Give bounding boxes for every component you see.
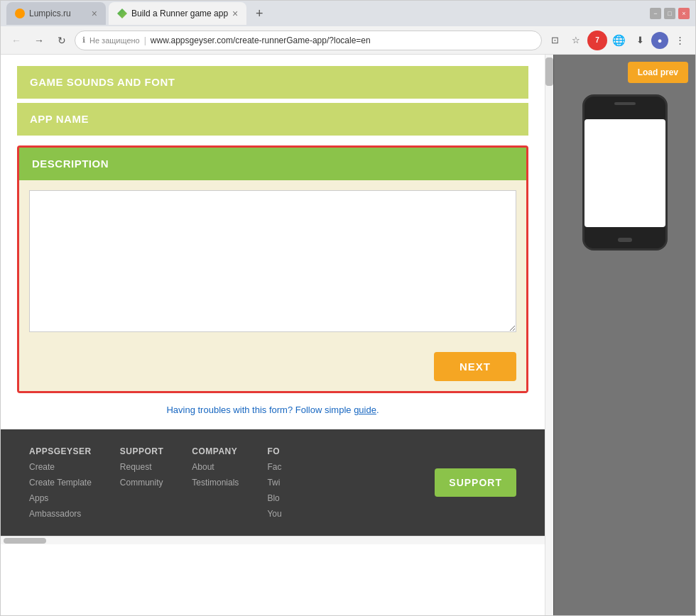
footer-follow-heading: FO — [267, 446, 281, 456]
phone-screen — [584, 119, 665, 227]
footer-link-facebook[interactable]: Fac — [267, 462, 281, 472]
refresh-button[interactable]: ↻ — [52, 31, 72, 50]
tab-lumpics-label: Lumpics.ru — [29, 9, 71, 18]
game-sounds-section[interactable]: GAME SOUNDS AND FONT — [17, 66, 528, 99]
footer-col-follow: FO Fac Twi Blo You — [267, 446, 281, 519]
footer-link-blog[interactable]: Blo — [267, 493, 281, 503]
main-area: GAME SOUNDS AND FONT APP NAME DESCRIPTIO… — [1, 55, 545, 615]
footer-link-community[interactable]: Community — [120, 478, 164, 488]
guide-link[interactable]: guide — [354, 405, 376, 415]
footer-link-about[interactable]: About — [192, 462, 239, 472]
tab-runner-label: Build a Runner game app — [131, 9, 228, 18]
support-button[interactable]: SUPPORT — [435, 468, 516, 497]
nav-icons: ⊡ ☆ 7 🌐 ⬇ ● ⋮ — [545, 31, 690, 50]
next-button[interactable]: NEXT — [434, 352, 516, 381]
support-btn-wrapper: SUPPORT — [435, 446, 516, 519]
tab-lumpics[interactable]: Lumpics.ru × — [6, 2, 106, 25]
help-text-suffix: . — [376, 405, 379, 415]
footer-col-support: SUPPORT Request Community — [120, 446, 164, 519]
close-button[interactable]: × — [678, 8, 690, 19]
app-name-label: APP NAME — [30, 113, 89, 125]
load-prev-button[interactable]: Load prev — [628, 62, 688, 83]
vertical-scrollbar[interactable] — [545, 55, 553, 615]
horizontal-scrollbar[interactable] — [1, 536, 545, 544]
cast-icon[interactable]: ⊡ — [545, 31, 565, 50]
security-icon[interactable]: 7 — [587, 31, 607, 50]
footer-link-youtube[interactable]: You — [267, 509, 281, 519]
not-secure-label: Не защищено — [89, 36, 140, 45]
description-footer: NEXT — [19, 345, 526, 391]
phone-home-button — [618, 238, 632, 242]
tab-runner-close-icon[interactable]: × — [232, 8, 238, 19]
footer-company-heading: COMPANY — [192, 446, 239, 456]
title-bar: Lumpics.ru × Build a Runner game app × +… — [1, 1, 695, 26]
nav-bar: ← → ↻ ℹ Не защищено | www.appsgeyser.com… — [1, 26, 695, 55]
v-scroll-thumb — [545, 57, 553, 86]
phone-bottom — [584, 231, 665, 248]
address-bar[interactable]: ℹ Не защищено | www.appsgeyser.com/creat… — [75, 31, 542, 50]
footer: APPSGEYSER Create Create Template Apps A… — [1, 429, 545, 536]
phone-speaker-icon — [614, 102, 636, 105]
footer-link-create-template[interactable]: Create Template — [29, 478, 92, 488]
description-textarea[interactable] — [29, 190, 516, 332]
footer-col-appsgeyser: APPSGEYSER Create Create Template Apps A… — [29, 446, 92, 519]
footer-link-ambassadors[interactable]: Ambassadors — [29, 509, 92, 519]
footer-support-heading: SUPPORT — [120, 446, 164, 456]
help-text-main: Having troubles with this form? Follow s… — [166, 405, 354, 415]
minimize-button[interactable]: − — [650, 8, 661, 19]
h-scroll-thumb — [4, 538, 46, 544]
footer-link-testimonials[interactable]: Testimonials — [192, 478, 239, 488]
right-panel: Load prev — [553, 55, 695, 615]
back-button[interactable]: ← — [6, 31, 26, 50]
profile-avatar-icon[interactable]: ● — [651, 32, 668, 49]
bookmark-icon[interactable]: ☆ — [566, 31, 586, 50]
footer-link-request[interactable]: Request — [120, 462, 164, 472]
browser-window: Lumpics.ru × Build a Runner game app × +… — [0, 0, 696, 616]
description-label: DESCRIPTION — [32, 158, 109, 170]
description-body — [19, 180, 526, 345]
lumpics-favicon-icon — [15, 9, 25, 18]
menu-icon[interactable]: ⋮ — [670, 31, 690, 50]
tab-lumpics-close-icon[interactable]: × — [92, 8, 97, 19]
url-display: www.appsgeyser.com/create-runnerGame-app… — [151, 35, 371, 45]
game-sounds-label: GAME SOUNDS AND FONT — [30, 76, 175, 88]
new-tab-button[interactable]: + — [249, 4, 269, 23]
maximize-button[interactable]: □ — [664, 8, 675, 19]
description-header[interactable]: DESCRIPTION — [19, 148, 526, 180]
footer-link-apps[interactable]: Apps — [29, 493, 92, 503]
footer-appsgeyser-heading: APPSGEYSER — [29, 446, 92, 456]
phone-mockup — [582, 94, 668, 251]
footer-link-create[interactable]: Create — [29, 462, 92, 472]
runner-favicon-icon — [117, 9, 127, 18]
forward-button[interactable]: → — [29, 31, 49, 50]
content-wrapper: GAME SOUNDS AND FONT APP NAME DESCRIPTIO… — [3, 55, 543, 415]
help-text: Having troubles with this form? Follow s… — [17, 405, 528, 415]
download-icon[interactable]: ⬇ — [630, 31, 650, 50]
description-section: DESCRIPTION NEXT — [17, 145, 528, 393]
earth-icon[interactable]: 🌐 — [609, 31, 629, 50]
footer-link-twitter[interactable]: Twi — [267, 478, 281, 488]
tab-runner[interactable]: Build a Runner game app × — [109, 2, 246, 25]
app-name-section[interactable]: APP NAME — [17, 103, 528, 136]
window-controls: − □ × — [650, 8, 690, 19]
page-content: GAME SOUNDS AND FONT APP NAME DESCRIPTIO… — [1, 55, 695, 615]
info-icon: ℹ — [82, 35, 85, 45]
footer-col-company: COMPANY About Testimonials — [192, 446, 239, 519]
